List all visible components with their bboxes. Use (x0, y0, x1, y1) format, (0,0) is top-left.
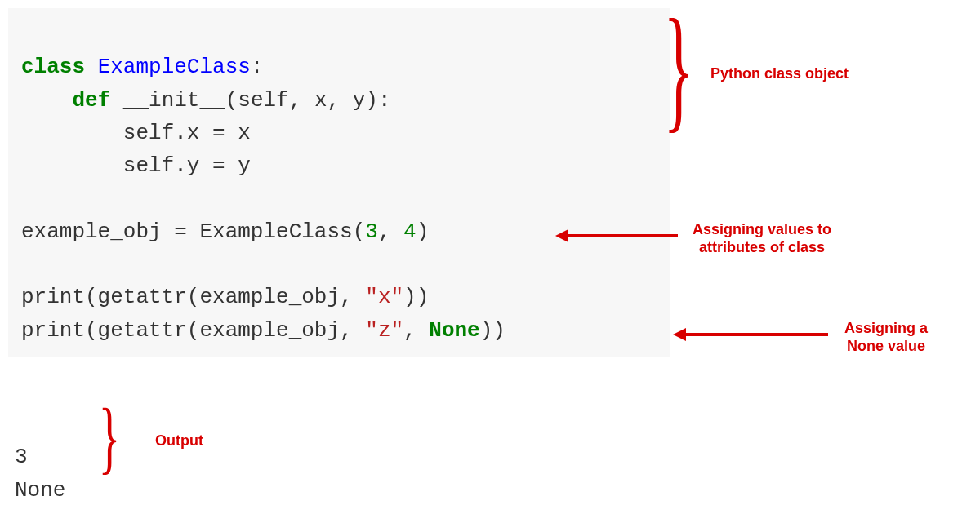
output-block: 3 None (15, 408, 65, 507)
annotation-class-object: Python class object (710, 65, 849, 83)
num-literal: 4 (403, 219, 416, 244)
kw-class: class (21, 55, 85, 79)
expr-prefix: print(getattr(example_obj, (21, 285, 365, 309)
annotation-text-line2: attributes of class (693, 239, 831, 257)
code-line-6: example_obj = ExampleClass(3, 4) (21, 219, 429, 244)
output-line-2: None (15, 478, 65, 503)
code-block: class ExampleClass: def __init__(self, x… (8, 8, 670, 357)
code-line-2: def __init__(self, x, y): (21, 88, 391, 113)
none-literal: None (429, 318, 479, 343)
close-paren: )) (480, 318, 506, 343)
stmt: self.x = x (123, 121, 251, 145)
str-literal: "x" (365, 285, 403, 309)
space (85, 55, 98, 79)
expr-prefix: print(getattr(example_obj, (21, 318, 365, 343)
brace-icon: } (663, 0, 693, 148)
code-line-3: self.x = x (21, 121, 251, 145)
fn-name: __init__ (123, 88, 225, 113)
indent (21, 121, 123, 145)
space (110, 88, 123, 113)
annotation-output: Output (155, 432, 203, 450)
annotation-text: Python class object (710, 65, 849, 82)
annotation-assign-values: Assigning values to attributes of class (693, 221, 831, 256)
indent (21, 88, 72, 113)
num-literal: 3 (365, 219, 378, 244)
code-line-9: print(getattr(example_obj, "z", None)) (21, 318, 506, 343)
annotation-text-line2: None value (844, 338, 928, 356)
class-name: ExampleClass (98, 55, 251, 79)
code-line-4: self.y = y (21, 153, 251, 178)
colon: : (251, 55, 264, 79)
str-literal: "z" (365, 318, 403, 343)
brace-icon: } (99, 390, 120, 484)
annotation-text-line1: Assigning a (844, 320, 928, 338)
output-line-1: 3 (15, 445, 28, 469)
annotation-text-line1: Assigning values to (693, 221, 831, 239)
code-line-8: print(getattr(example_obj, "x")) (21, 285, 429, 309)
stmt: self.y = y (123, 153, 251, 178)
close-paren: ) (416, 219, 430, 244)
arrow-icon (555, 229, 678, 242)
arrow-icon (673, 328, 828, 341)
kw-def: def (72, 88, 110, 113)
indent (21, 153, 123, 178)
signature: (self, x, y): (225, 88, 391, 113)
comma: , (403, 318, 429, 343)
annotation-text: Output (155, 432, 203, 449)
close-paren: )) (403, 285, 429, 309)
comma: , (378, 219, 403, 244)
expr-prefix: example_obj = ExampleClass( (21, 219, 365, 244)
annotation-assign-none: Assigning a None value (844, 320, 928, 355)
code-line-1: class ExampleClass: (21, 55, 263, 79)
